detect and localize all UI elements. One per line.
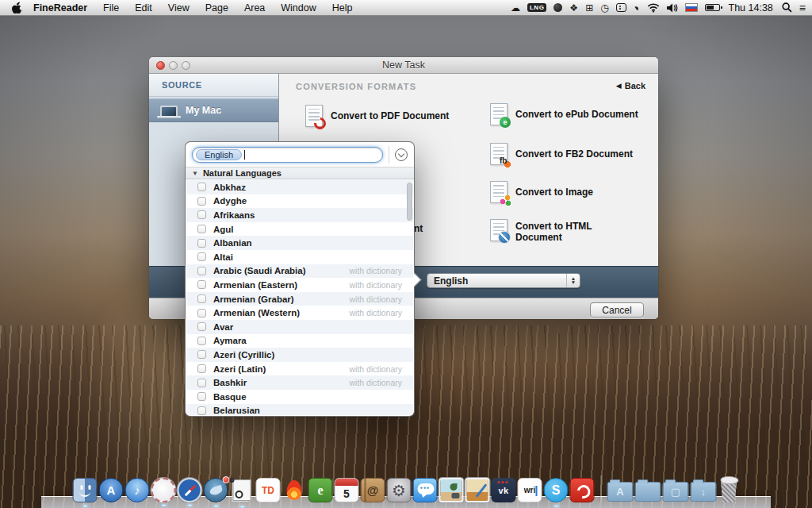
language-checkbox[interactable] [197,183,206,191]
format-option-image[interactable]: Convert to Image [490,181,593,203]
folder-generic-dock-icon[interactable] [635,482,661,502]
window-titlebar[interactable]: New Task [149,57,658,74]
language-checkbox[interactable] [197,364,206,373]
menu-app-name[interactable]: FineReader [25,2,95,13]
format-option-fb2[interactable]: Convert to FB2 Document [490,143,633,165]
language-checkbox[interactable] [197,225,206,233]
language-checkbox[interactable] [197,294,206,303]
language-row[interactable]: Albanian [186,236,413,250]
things-dock-icon[interactable]: TD [256,478,281,502]
cloud-icon[interactable]: ☁ [511,0,520,16]
close-button[interactable] [156,61,165,70]
language-popup-button[interactable]: English ▲▼ [427,273,580,288]
vk-dock-icon[interactable]: vk [492,478,516,502]
volume-icon[interactable] [667,3,678,13]
format-option-epub[interactable]: Convert to ePub Document [490,103,638,125]
language-checkbox[interactable] [197,337,206,345]
language-row[interactable]: Basque [186,390,413,404]
skype-dock-icon[interactable]: S [544,478,569,502]
photo-editor-dock-icon[interactable] [465,478,490,502]
back-button[interactable]: ◀ Back [616,81,645,90]
language-checkbox[interactable] [197,197,206,206]
language-row[interactable]: Azeri (Latin)with dictionary [186,362,413,376]
finereader-dock-icon[interactable] [230,478,255,502]
language-row[interactable]: Armenian (Grabar)with dictionary [186,292,413,306]
folder-documents-dock-icon[interactable]: ▢ [663,482,689,502]
menu-page[interactable]: Page [197,2,236,13]
language-row[interactable]: Abkhaz [186,180,413,194]
language-row[interactable]: Armenian (Western)with dictionary [186,306,413,320]
contacts-dock-icon[interactable]: @ [361,478,385,502]
folder-applications-dock-icon[interactable]: A [607,482,634,502]
app-store-dock-icon[interactable]: A [99,478,124,502]
menu-edit[interactable]: Edit [127,2,160,13]
language-row[interactable]: Adyghe [186,194,413,209]
abbyy-dock-icon[interactable] [570,478,595,502]
menu-clock[interactable]: Thu 14:38 [727,2,775,13]
timer-icon[interactable]: ◷ [600,0,608,16]
menu-view[interactable]: View [160,2,197,13]
language-row[interactable]: Avar [186,320,413,334]
language-checkbox[interactable] [197,350,206,359]
sidebar-item-my-mac[interactable]: My Mac [149,98,278,122]
apple-menu-icon[interactable] [8,2,25,13]
language-checkbox[interactable] [197,322,206,331]
language-row[interactable]: Belarusian [186,404,413,416]
language-token[interactable]: English [196,149,242,160]
menu-area[interactable]: Area [236,2,273,13]
spaces-icon[interactable]: ⊞ [585,0,593,16]
section-header-natural-languages[interactable]: ▼ Natural Languages [186,167,414,179]
calendar-dock-icon[interactable]: 5 [335,478,359,502]
wifi-icon[interactable] [647,2,660,13]
language-checkbox[interactable] [197,252,206,261]
evernote-dock-icon[interactable]: e [308,478,333,502]
notification-center-icon[interactable]: ≡ [799,0,806,16]
language-row[interactable]: Armenian (Eastern)with dictionary [186,278,413,292]
minimize-button[interactable] [169,61,178,70]
adium-status-icon[interactable] [553,3,562,12]
language-row[interactable]: Arabic (Saudi Arabia)with dictionary [186,264,413,279]
language-search-input[interactable]: English [192,147,383,163]
language-checkbox[interactable] [197,379,206,387]
language-row[interactable]: Bashkirwith dictionary [186,375,413,390]
language-checkbox[interactable] [197,210,206,219]
app-switcher-icon[interactable] [616,3,626,12]
language-checkbox[interactable] [197,392,206,401]
trash-dock-icon[interactable] [718,478,740,502]
language-checkbox[interactable] [197,267,206,275]
spotlight-icon[interactable] [782,2,792,13]
language-row[interactable]: Agul [186,222,413,237]
menu-help[interactable]: Help [324,2,361,13]
disclosure-triangle-icon[interactable]: ▼ [192,170,198,177]
language-checkbox[interactable] [197,239,206,248]
itunes-dock-icon[interactable]: ♪ [125,478,150,502]
finder-dock-icon[interactable] [73,478,98,502]
flag-russia-icon[interactable] [685,3,698,12]
language-checkbox[interactable] [197,406,206,415]
language-checkbox[interactable] [197,309,206,318]
ia-writer-dock-icon[interactable]: wri [518,478,542,502]
cancel-button[interactable]: Cancel [590,302,644,318]
language-row[interactable]: Azeri (Cyrillic) [186,348,413,362]
mail-dock-icon[interactable] [151,478,176,502]
folder-downloads-dock-icon[interactable]: ↓ [691,482,717,502]
menu-file[interactable]: File [95,2,127,13]
format-option-pdf[interactable]: Convert to PDF Document [305,105,449,127]
language-input-badge[interactable]: LNG [527,3,546,12]
iphoto-dock-icon[interactable] [439,478,464,502]
format-option-html[interactable]: Convert to HTML Document [490,219,599,244]
messages-dock-icon[interactable]: ••• [413,478,438,502]
language-row[interactable]: Aymara [186,334,413,348]
swoosh-app-icon[interactable]: ◗ [630,0,644,16]
system-preferences-dock-icon[interactable]: ⚙ [387,478,412,502]
zoom-button[interactable] [182,61,190,70]
battery-icon[interactable] [705,4,720,11]
menu-window[interactable]: Window [273,2,324,13]
scrollbar-thumb[interactable] [407,183,412,221]
language-row[interactable]: Altai [186,250,413,264]
dropbox-icon[interactable]: ❖ [569,0,578,16]
language-row[interactable]: Afrikaans [186,208,413,222]
language-checkbox[interactable] [197,280,206,289]
thunderbird-dock-icon[interactable] [204,478,228,502]
flame-dock-icon[interactable] [282,478,307,502]
